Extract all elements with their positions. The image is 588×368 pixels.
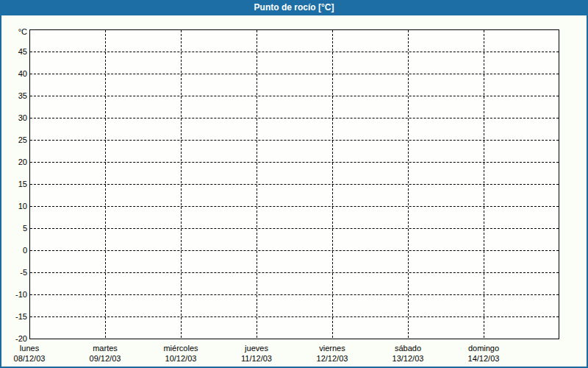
- y-tick-label: 0: [1, 246, 27, 255]
- chart-title: Punto de rocío [°C]: [254, 0, 334, 15]
- x-day-name: sábado: [368, 343, 448, 353]
- y-gridline: [30, 228, 559, 229]
- x-day-name: lunes: [0, 343, 70, 353]
- y-tick-label: 10: [1, 202, 27, 211]
- y-gridline: [30, 184, 559, 185]
- y-gridline: [30, 52, 559, 52]
- x-day-name: miércoles: [140, 343, 221, 353]
- x-day-label: miércoles10/12/03: [140, 343, 221, 364]
- x-day-date: 14/12/03: [443, 353, 524, 364]
- x-day-date: 08/12/03: [0, 353, 70, 364]
- x-day-label: jueves11/12/03: [216, 343, 297, 364]
- y-tick-label: 40: [1, 69, 27, 79]
- x-day-label: sábado13/12/03: [368, 343, 448, 364]
- y-gridline: [30, 294, 559, 295]
- x-gridline: [332, 30, 333, 338]
- y-tick-label: 15: [1, 180, 27, 189]
- y-gridline: [30, 96, 559, 96]
- x-day-date: 12/12/03: [292, 353, 373, 364]
- chart-title-bar: Punto de rocío [°C]: [0, 0, 588, 15]
- x-gridline: [484, 30, 484, 338]
- x-day-label: lunes08/12/03: [0, 343, 70, 364]
- x-day-name: martes: [65, 343, 146, 353]
- y-tick-label: 5: [1, 224, 27, 233]
- y-tick-label: -15: [1, 312, 27, 322]
- x-gridline: [105, 30, 106, 338]
- y-tick-label: 30: [1, 113, 27, 123]
- y-gridline: [30, 118, 559, 118]
- y-gridline: [30, 272, 559, 273]
- y-tick-label: -5: [1, 268, 27, 277]
- y-gridline: [30, 250, 559, 251]
- x-day-label: martes09/12/03: [65, 343, 146, 364]
- y-gridline: [30, 206, 559, 207]
- x-day-name: jueves: [216, 343, 297, 353]
- y-tick-label: 20: [1, 158, 27, 167]
- x-day-date: 13/12/03: [368, 353, 448, 364]
- x-day-name: domingo: [443, 343, 524, 353]
- y-gridline: [30, 140, 559, 141]
- y-tick-label: -10: [1, 290, 27, 300]
- y-tick-label: 25: [1, 135, 27, 145]
- y-tick-label: 35: [1, 91, 27, 101]
- y-gridline: [30, 316, 559, 317]
- x-gridline: [181, 30, 182, 338]
- x-gridline: [257, 30, 257, 338]
- y-axis-unit-label: °C: [1, 27, 27, 37]
- y-gridline: [30, 162, 559, 163]
- y-tick-label: 45: [1, 47, 27, 57]
- chart-window: Punto de rocío [°C] 454035302520151050-5…: [0, 0, 588, 368]
- x-gridline: [408, 30, 409, 338]
- y-gridline: [30, 74, 559, 74]
- x-day-label: domingo14/12/03: [443, 343, 524, 364]
- x-day-date: 09/12/03: [65, 353, 146, 364]
- x-day-date: 10/12/03: [140, 353, 221, 364]
- x-day-date: 11/12/03: [216, 353, 297, 364]
- x-day-name: viernes: [292, 343, 373, 353]
- x-day-label: viernes12/12/03: [292, 343, 373, 364]
